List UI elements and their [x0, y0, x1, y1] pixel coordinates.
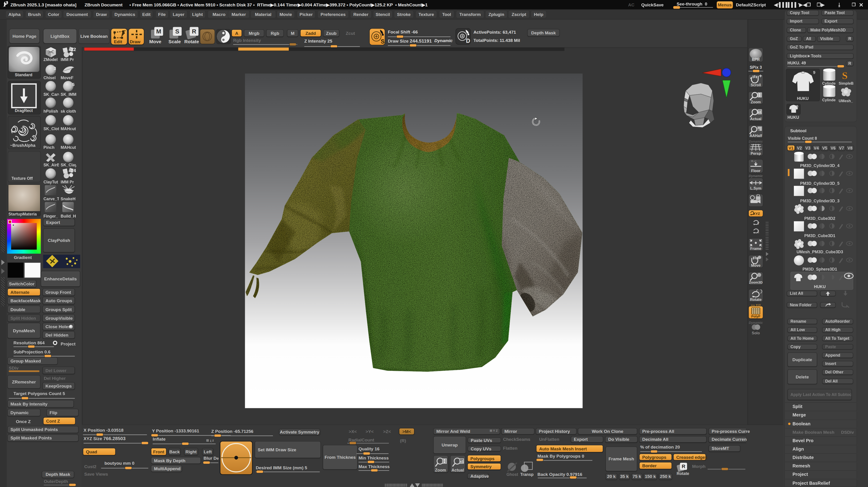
svg-text:⊞ ɻ z: ⊞ ɻ z [751, 160, 756, 162]
svg-text:XYZ: XYZ [753, 212, 760, 216]
svg-text:Z: Z [757, 230, 759, 234]
svg-text:S: S [842, 70, 848, 81]
svg-text:D: D [466, 37, 470, 44]
svg-text:S: S [381, 38, 385, 45]
svg-text:x1: x1 [758, 111, 762, 114]
svg-text:Y: Y [757, 222, 759, 225]
svg-text:x1: x1 [460, 460, 464, 463]
